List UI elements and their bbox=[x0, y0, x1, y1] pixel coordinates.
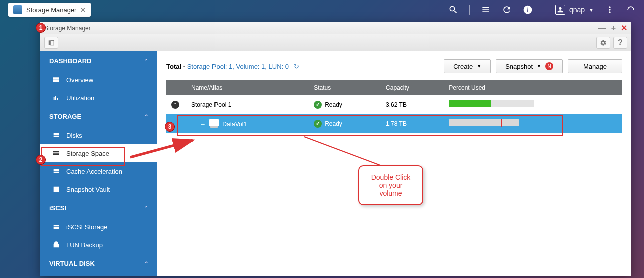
sidebar-item-utilization[interactable]: Utilization bbox=[40, 89, 157, 107]
refresh-totals-icon[interactable]: ↻ bbox=[294, 63, 299, 70]
background-tasks-icon[interactable] bbox=[481, 5, 491, 15]
sidebar-item-snapshot-vault[interactable]: Snapshot Vault bbox=[40, 180, 157, 198]
minimize-button[interactable]: — bbox=[598, 24, 606, 33]
percent-bar-pool bbox=[449, 100, 534, 107]
col-header-name[interactable]: Name/Alias bbox=[186, 80, 309, 95]
system-tray: qnap ▼ bbox=[448, 5, 639, 15]
sidebar-item-iscsi-storage[interactable]: iSCSI Storage bbox=[40, 218, 157, 236]
totals-values: Storage Pool: 1, Volume: 1, LUN: 0 bbox=[187, 63, 289, 70]
sidebar-item-cache-acceleration[interactable]: Cache Acceleration bbox=[40, 162, 157, 180]
sidebar-item-label: Disks bbox=[66, 132, 82, 139]
gear-icon bbox=[600, 39, 607, 46]
utilization-icon bbox=[52, 94, 60, 102]
sidebar-item-label: iSCSI Storage bbox=[66, 223, 107, 231]
taskbar-tab-close-icon[interactable]: ✕ bbox=[80, 6, 86, 14]
disks-icon bbox=[52, 131, 60, 139]
snapshot-new-badge: N bbox=[545, 62, 553, 70]
storage-manager-app-icon bbox=[13, 5, 22, 14]
sidebar-section-storage[interactable]: STORAGE ⌃ bbox=[40, 107, 157, 126]
col-header-percent[interactable]: Percent Used bbox=[444, 80, 622, 95]
col-header-status[interactable]: Status bbox=[309, 80, 381, 95]
sidebar-section-virtual-disk[interactable]: VIRTUAL DISK ⌃ bbox=[40, 254, 157, 273]
totals-text: Total - Storage Pool: 1, Volume: 1, LUN:… bbox=[166, 63, 299, 70]
status-text: Ready bbox=[325, 101, 342, 108]
sidebar-section-label: DASHBOARD bbox=[49, 57, 92, 65]
dashboard-widget-icon[interactable] bbox=[626, 5, 636, 15]
snapshot-vault-icon bbox=[52, 185, 60, 193]
main-panel: Total - Storage Pool: 1, Volume: 1, LUN:… bbox=[157, 51, 631, 276]
table-row-pool[interactable]: ⌃ Storage Pool 1 Ready 3.62 TB bbox=[166, 95, 622, 114]
create-button-label: Create bbox=[453, 63, 473, 70]
check-icon bbox=[314, 101, 322, 109]
table-row-volume[interactable]: – DataVol1 Ready 1.78 TB bbox=[166, 114, 622, 133]
chevron-up-icon: ⌃ bbox=[144, 58, 148, 64]
taskbar-tab-storage-manager[interactable]: Storage Manager ✕ bbox=[8, 3, 91, 17]
snapshot-button[interactable]: Snapshot ▼ N bbox=[496, 59, 563, 73]
sidebar-section-label: STORAGE bbox=[49, 113, 81, 120]
table-header-row: Name/Alias Status Capacity Percent Used bbox=[166, 80, 622, 95]
info-icon[interactable] bbox=[523, 5, 533, 15]
iscsi-storage-icon bbox=[52, 223, 60, 231]
totals-label: Total - bbox=[166, 63, 185, 70]
annotation-marker-2: 2 bbox=[36, 155, 46, 165]
window-toolbar: ? bbox=[40, 34, 631, 51]
refresh-icon[interactable] bbox=[502, 5, 512, 15]
collapse-icon[interactable]: ⌃ bbox=[171, 101, 179, 109]
dropdown-caret-icon: ▼ bbox=[537, 64, 541, 69]
sidebar-section-dashboard[interactable]: DASHBOARD ⌃ bbox=[40, 51, 157, 71]
annotation-marker-1: 1 bbox=[36, 23, 46, 33]
window-controls: — + ✕ bbox=[598, 23, 627, 33]
status-text: Ready bbox=[325, 120, 342, 127]
overview-icon bbox=[52, 76, 60, 84]
user-menu[interactable]: qnap ▼ bbox=[555, 5, 594, 15]
annotation-marker-3: 3 bbox=[165, 122, 175, 132]
system-bar: Storage Manager ✕ qnap ▼ bbox=[0, 0, 644, 19]
volume-icon bbox=[209, 119, 219, 126]
cell-vol-name: DataVol1 bbox=[222, 121, 247, 128]
taskbar-tab-label: Storage Manager bbox=[26, 6, 76, 14]
sidebar-item-label: LUN Backup bbox=[66, 241, 103, 249]
storage-space-icon bbox=[52, 149, 60, 157]
percent-bar-volume bbox=[449, 119, 519, 126]
svg-rect-0 bbox=[49, 40, 51, 45]
window-close-button[interactable]: ✕ bbox=[621, 23, 627, 33]
action-buttons: Create ▼ Snapshot ▼ N Manage bbox=[444, 59, 622, 73]
sidebar-item-label: Storage Space bbox=[66, 150, 109, 157]
sidebar-item-disks[interactable]: Disks bbox=[40, 126, 157, 144]
window-titlebar[interactable]: Storage Manager — + ✕ bbox=[40, 22, 631, 34]
manage-button-label: Manage bbox=[583, 63, 607, 70]
tree-dash-icon: – bbox=[201, 121, 205, 128]
sys-divider bbox=[544, 5, 544, 15]
lun-backup-icon bbox=[52, 241, 60, 249]
help-button[interactable]: ? bbox=[613, 37, 627, 49]
sidebar-item-overview[interactable]: Overview bbox=[40, 71, 157, 89]
chevron-up-icon: ⌃ bbox=[144, 114, 148, 119]
cell-pool-name: Storage Pool 1 bbox=[186, 95, 309, 114]
toggle-sidebar-button[interactable] bbox=[44, 37, 58, 49]
settings-button[interactable] bbox=[596, 37, 610, 49]
dropdown-caret-icon: ▼ bbox=[477, 64, 481, 69]
search-icon[interactable] bbox=[448, 5, 458, 15]
annotation-callout: Double Click on your volume bbox=[358, 165, 423, 205]
manage-button[interactable]: Manage bbox=[568, 59, 622, 73]
sidebar-section-label: iSCSI bbox=[49, 204, 66, 212]
status-ready: Ready bbox=[314, 101, 342, 109]
sidebar-item-storage-space[interactable]: Storage Space bbox=[40, 144, 157, 162]
create-button[interactable]: Create ▼ bbox=[444, 59, 491, 73]
check-icon bbox=[314, 120, 322, 128]
svg-rect-1 bbox=[51, 40, 54, 45]
sidebar-item-lun-backup[interactable]: LUN Backup bbox=[40, 236, 157, 254]
username-label: qnap bbox=[569, 6, 585, 14]
sidebar-section-label: VIRTUAL DISK bbox=[49, 260, 95, 267]
sidebar-item-label: Overview bbox=[66, 76, 93, 84]
col-header-capacity[interactable]: Capacity bbox=[381, 80, 444, 95]
status-ready: Ready bbox=[314, 120, 342, 128]
window-body: DASHBOARD ⌃ Overview Utilization STORAGE… bbox=[40, 51, 631, 276]
chevron-up-icon: ⌃ bbox=[144, 205, 148, 211]
snapshot-button-label: Snapshot bbox=[505, 63, 533, 70]
user-menu-caret-icon: ▼ bbox=[589, 7, 594, 13]
sidebar-section-iscsi[interactable]: iSCSI ⌃ bbox=[40, 198, 157, 218]
more-icon[interactable] bbox=[605, 5, 615, 15]
maximize-button[interactable]: + bbox=[611, 24, 616, 33]
sidebar-item-label: Snapshot Vault bbox=[66, 186, 110, 193]
